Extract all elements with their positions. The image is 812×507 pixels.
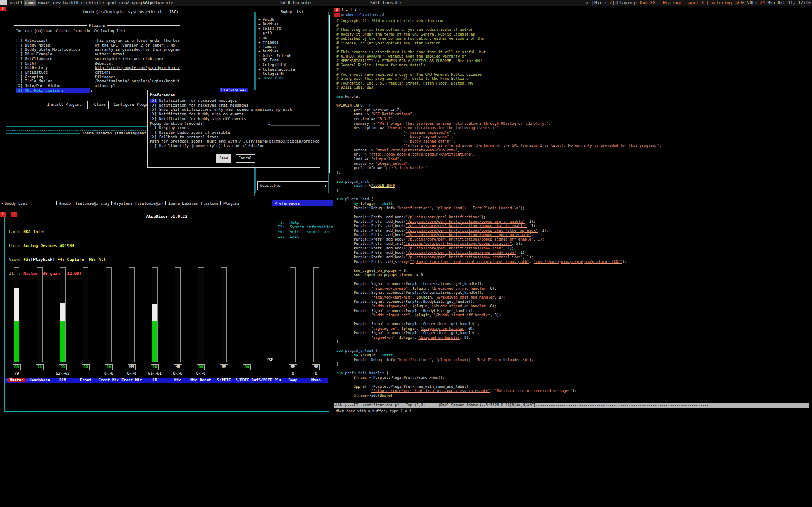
plugin-checkbox[interactable]: [ ] (16, 79, 22, 83)
volume-bar[interactable] (152, 267, 158, 362)
pref-row[interactable]: [X] Notification for received chat messa… (150, 103, 320, 108)
buddy-group[interactable]: + Buddies (258, 22, 279, 27)
mute-switch[interactable]: 00 (36, 364, 44, 370)
pref-row[interactable]: [X] Notification for buddy sign off even… (150, 117, 320, 121)
code-buffer[interactable]: # Copyright (C) 2010 mrovi@interfete-web… (336, 19, 661, 397)
plugin-checkbox[interactable]: [ ] (16, 70, 22, 74)
volume-bar[interactable] (14, 267, 19, 362)
taskbar-item[interactable]: ▾Buddy List (1, 200, 54, 206)
buddy-group[interactable]: + Other Friends (258, 54, 292, 58)
plugin-checkbox[interactable]: [ ] (16, 75, 22, 79)
plugin-row[interactable]: [X] KDE Notifications (16, 88, 90, 93)
duration-input[interactable]: 5______________________ (268, 121, 320, 126)
buddy-group[interactable]: + ColegiUTCN (258, 63, 286, 67)
buddy-group[interactable]: + #mcdb (258, 17, 274, 22)
mute-switch[interactable]: MM (174, 364, 182, 370)
buddy-group[interactable]: + family (258, 44, 276, 49)
pref-checkbox[interactable]: [ ] (150, 126, 157, 130)
mute-switch[interactable]: 00 (197, 364, 205, 370)
buddy-group[interactable]: + swiss.ro (258, 26, 281, 31)
workspace-tag-bach10[interactable]: bach10 (62, 0, 80, 6)
mute-switch[interactable]: 00 (105, 364, 113, 370)
buddy-group[interactable]: + friends (258, 40, 279, 45)
mute-switch[interactable]: 00 (82, 364, 90, 370)
pref-checkbox[interactable]: [ ] (150, 130, 157, 134)
pref-row[interactable]: Popup duration (seconds)5_______________… (150, 121, 320, 126)
preferences-dialog[interactable]: Preferences Preferences [X] Notification… (147, 90, 320, 168)
plugin-checkbox[interactable]: [ ] (16, 66, 22, 70)
pref-checkbox[interactable]: [X] (150, 117, 157, 121)
mute-switch[interactable]: 00 (59, 364, 67, 370)
plugin-row[interactable]: [ ] Grouping (16, 75, 43, 79)
pref-checkbox[interactable]: [X] (150, 107, 157, 112)
buddy-group[interactable]: + buddies (258, 49, 279, 54)
scroll-down-icon[interactable]: ↓ (91, 88, 93, 93)
close-button[interactable]: Close (91, 101, 109, 109)
mute-switch[interactable]: MM (312, 364, 320, 370)
dvtm-tag-badge[interactable]: 1 (11, 212, 17, 217)
plugin-row[interactable]: [ ] GntHistory (16, 66, 48, 70)
plugin-checkbox[interactable]: [X] (16, 84, 22, 88)
dvtm-tag-badge[interactable]: 0 (334, 8, 340, 12)
workspace-tag-gen2[interactable]: gen2 (118, 0, 131, 6)
volume-bar[interactable] (106, 267, 112, 362)
plugin-row[interactable]: [ ] I'dle Mak'er (16, 79, 52, 84)
mute-switch[interactable]: 00 (151, 364, 159, 370)
plugin-row[interactable]: [ ] GntLastlog (16, 70, 48, 75)
pref-row[interactable]: [X] Fallback to protocol icons (150, 135, 320, 140)
mute-switch[interactable]: MM (220, 364, 228, 370)
pref-row[interactable]: [X] Notification for received messages (150, 99, 320, 103)
pref-row[interactable]: [X] Show chat notifications only when so… (150, 107, 320, 112)
plugin-row[interactable]: [ ] Buddy State Notification (16, 47, 80, 52)
taskbar-item[interactable]: Plugins (220, 200, 270, 206)
status-dropdown[interactable]: Available ↕ (257, 181, 328, 190)
pref-checkbox[interactable]: [ ] (150, 144, 157, 148)
buddy-group[interactable]: + pri0 (258, 31, 272, 36)
dvtm-tag-badge[interactable]: 0 (0, 212, 6, 217)
taskbar-item[interactable]: #systems (tsalomie@irc.sy (111, 200, 163, 206)
taskbar-item[interactable]: #mcdb (tsalomie@irc.syste (56, 200, 109, 206)
plugin-row[interactable]: [ ] Autoaccept (16, 38, 48, 43)
volume-bar[interactable] (60, 267, 66, 362)
buddy-group[interactable]: + ms (258, 36, 267, 40)
buddy-group[interactable]: + 30x2 30x3 (258, 76, 284, 81)
volume-bar[interactable] (313, 267, 319, 362)
plugin-checkbox[interactable]: [ ] (16, 57, 22, 61)
buddy-group[interactable]: + ColegiRacovita (258, 67, 295, 72)
mute-switch[interactable]: MM (289, 364, 297, 370)
dvtm-tags-text[interactable]: | 1 | 2 | (341, 7, 361, 11)
mute-switch[interactable]: 00 (13, 364, 21, 370)
pref-checkbox[interactable]: [X] (150, 99, 157, 103)
workspace-tag-dev[interactable]: dev (52, 0, 62, 6)
pref-row[interactable]: [X] Notification for buddy sign on event… (150, 112, 320, 117)
pref-row[interactable]: [ ] Display buddy icons if possible (150, 130, 320, 135)
plugin-row[interactable]: [ ] GntGf (16, 61, 36, 66)
pref-row[interactable]: [ ] Use libnotify (gnome style) instead … (150, 144, 320, 148)
pref-row[interactable]: [ ] Display icons (150, 126, 320, 130)
plugin-row[interactable]: [ ] Buddy Notes (16, 43, 50, 48)
taskbar-item[interactable]: Preferences (272, 200, 333, 206)
cancel-button[interactable]: Cancel (236, 154, 255, 163)
workspace-tag-comm[interactable]: comm (24, 0, 36, 6)
volume-bar[interactable] (221, 267, 227, 362)
scrollbar[interactable] (329, 15, 330, 173)
plugin-checkbox[interactable]: [ ] (16, 52, 22, 56)
plugin-checkbox[interactable]: [ ] (16, 47, 22, 52)
path-input[interactable]: /usr/share/pixmaps/pidgin/protocols/48/_… (244, 139, 320, 143)
save-button[interactable]: Save (216, 154, 231, 163)
plugin-checkbox[interactable]: [ ] (16, 61, 22, 66)
pref-row[interactable]: Path for protocol icons (must end with /… (150, 139, 320, 144)
volume-bar[interactable] (37, 267, 43, 362)
plugin-checkbox[interactable]: [ ] (16, 38, 22, 43)
plugin-row[interactable]: [ ] DBus Example (16, 52, 52, 57)
plugin-checkbox[interactable]: [ ] (16, 43, 22, 47)
pref-checkbox[interactable]: [X] (150, 135, 157, 139)
configure-plugin-button[interactable]: Configure Plugi (112, 101, 150, 109)
install-plugin-button[interactable]: Install Plugin... (46, 101, 88, 109)
volume-bar[interactable] (83, 267, 88, 362)
plugin-row[interactable]: [ ] GntClipboard (16, 57, 52, 61)
emacs-terminal[interactable]: 0| 1 | 2 | -= =knotifications.pl # Copyr… (334, 7, 812, 414)
workspace-tag-mail1[interactable]: mail1 (8, 0, 24, 6)
volume-bar[interactable] (175, 267, 181, 362)
layout-icon[interactable] (0, 0, 7, 5)
